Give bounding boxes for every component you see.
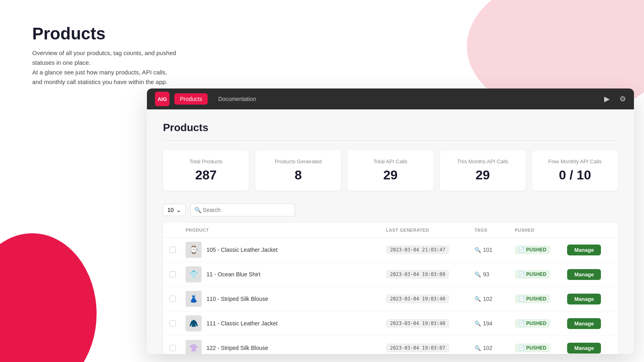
settings-icon[interactable]: ⚙ xyxy=(619,95,626,103)
tags-cell: 🔍 102 xyxy=(475,345,515,351)
header-product: PRODUCT xyxy=(186,228,386,232)
stat-card-free-monthly-api-calls: Free Monthly API Calls 0 / 10 xyxy=(532,150,618,191)
manage-button[interactable]: Manage xyxy=(567,318,601,329)
stats-row: Total Products 287 Products Generated 8 … xyxy=(163,150,618,191)
product-cell: ⌚ 105 - Classic Leather Jacket xyxy=(186,242,386,258)
main-content: Products Total Products 287 Products Gen… xyxy=(147,109,634,354)
table-header: PRODUCT LAST GENERATED TAGS PUSHED xyxy=(163,223,618,238)
stat-label-this-months-api-calls: This Months API Calls xyxy=(450,158,516,165)
header-checkbox xyxy=(169,228,186,232)
row-checkbox[interactable] xyxy=(169,296,176,302)
table-controls: 10 ⌄ 🔍 xyxy=(163,204,618,216)
tags-icon: 🔍 xyxy=(475,272,481,278)
row-checkbox[interactable] xyxy=(169,247,176,253)
header-tags: TAGS xyxy=(475,228,515,232)
table-row: 👕 11 - Ocean Blue Shirt 2023-03-04 19:03… xyxy=(163,262,618,287)
tags-count: 194 xyxy=(483,320,492,327)
table-row: 🧥 111 - Classic Leather Jacket 2023-03-0… xyxy=(163,311,618,336)
stat-value-products-generated: 8 xyxy=(265,168,331,183)
tags-cell: 🔍 101 xyxy=(475,247,515,253)
pushed-badge: 📄 PUSHED xyxy=(515,270,550,279)
product-name: 111 - Classic Leather Jacket xyxy=(206,320,278,327)
pushed-badge: 📄 PUSHED xyxy=(515,294,550,303)
stat-label-free-monthly-api-calls: Free Monthly API Calls xyxy=(542,158,608,165)
manage-button[interactable]: Manage xyxy=(567,294,601,304)
tags-cell: 🔍 93 xyxy=(475,271,515,278)
manage-button[interactable]: Manage xyxy=(567,269,601,280)
product-name: 11 - Ocean Blue Shirt xyxy=(206,271,260,278)
product-thumbnail: 👗 xyxy=(186,291,202,307)
product-thumbnail: 🧥 xyxy=(186,315,202,331)
product-cell: 👚 122 - Striped Silk Blouse xyxy=(186,340,386,354)
section-title: Products xyxy=(163,121,618,141)
date-badge: 2023-03-04 19:03:40 xyxy=(386,319,449,328)
app-window: AIG Products Documentation ▶ ⚙ Products … xyxy=(147,88,634,354)
stat-value-free-monthly-api-calls: 0 / 10 xyxy=(542,168,608,183)
date-badge: 2023-03-04 19:03:09 xyxy=(386,270,449,279)
date-badge: 2023-03-04 19:03:07 xyxy=(386,343,449,352)
page-description: Overview of all your produtcs, tag count… xyxy=(32,48,177,87)
product-table: PRODUCT LAST GENERATED TAGS PUSHED ⌚ 105… xyxy=(163,223,618,354)
pushed-badge: 📄 PUSHED xyxy=(515,245,550,254)
tags-count: 102 xyxy=(483,296,492,302)
search-input[interactable] xyxy=(190,204,295,216)
product-thumbnail: 👚 xyxy=(186,340,202,354)
search-input-wrap: 🔍 xyxy=(190,204,295,216)
header-actions xyxy=(567,228,611,232)
tags-icon: 🔍 xyxy=(475,247,481,253)
tags-count: 102 xyxy=(483,345,492,351)
terminal-icon[interactable]: ▶ xyxy=(604,95,610,103)
search-icon: 🔍 xyxy=(194,207,201,213)
stat-label-total-api-calls: Total API Calls xyxy=(357,158,423,165)
manage-button[interactable]: Manage xyxy=(567,245,601,255)
header-last-generated: LAST GENERATED xyxy=(386,228,475,232)
stat-label-total-products: Total Products xyxy=(173,158,239,165)
nav-item-products[interactable]: Products xyxy=(174,93,208,105)
stat-card-total-products: Total Products 287 xyxy=(163,150,249,191)
row-checkbox[interactable] xyxy=(169,320,176,327)
table-row: ⌚ 105 - Classic Leather Jacket 2023-03-0… xyxy=(163,238,618,262)
tags-count: 101 xyxy=(483,247,492,253)
nav-item-documentation[interactable]: Documentation xyxy=(213,93,262,105)
row-checkbox[interactable] xyxy=(169,345,176,351)
table-row: 👗 110 - Striped Silk Blouse 2023-03-04 1… xyxy=(163,287,618,311)
header-pushed: PUSHED xyxy=(515,228,567,232)
tags-cell: 🔍 194 xyxy=(475,320,515,327)
pushed-badge: 📄 PUSHED xyxy=(515,343,550,352)
per-page-select[interactable]: 10 ⌄ xyxy=(163,204,186,216)
manage-button[interactable]: Manage xyxy=(567,343,601,354)
table-row: 👚 122 - Striped Silk Blouse 2023-03-04 1… xyxy=(163,336,618,354)
bg-decoration-bottom-left xyxy=(0,233,97,362)
tags-count: 93 xyxy=(483,271,489,278)
chevron-down-icon: ⌄ xyxy=(176,207,181,213)
nav-bar: AIG Products Documentation ▶ ⚙ xyxy=(147,88,634,109)
product-thumbnail: 👕 xyxy=(186,266,202,282)
tags-icon: 🔍 xyxy=(475,296,481,302)
date-badge: 2023-03-04 21:03:47 xyxy=(386,245,449,254)
stat-value-total-products: 287 xyxy=(173,168,239,183)
stat-card-products-generated: Products Generated 8 xyxy=(255,150,341,191)
product-name: 105 - Classic Leather Jacket xyxy=(206,247,278,253)
product-cell: 👗 110 - Striped Silk Blouse xyxy=(186,291,386,307)
row-checkbox[interactable] xyxy=(169,271,176,278)
app-logo: AIG xyxy=(155,92,169,106)
stat-label-products-generated: Products Generated xyxy=(265,158,331,165)
product-name: 122 - Striped Silk Blouse xyxy=(206,345,268,351)
product-name: 110 - Striped Silk Blouse xyxy=(206,296,268,302)
stat-card-total-api-calls: Total API Calls 29 xyxy=(347,150,433,191)
tags-cell: 🔍 102 xyxy=(475,296,515,302)
tags-icon: 🔍 xyxy=(475,321,481,327)
stat-value-total-api-calls: 29 xyxy=(357,168,423,183)
stat-card-this-months-api-calls: This Months API Calls 29 xyxy=(440,150,526,191)
left-panel: Products Overview of all your produtcs, … xyxy=(32,24,177,87)
product-cell: 🧥 111 - Classic Leather Jacket xyxy=(186,315,386,331)
tags-icon: 🔍 xyxy=(475,345,481,351)
product-thumbnail: ⌚ xyxy=(186,242,202,258)
stat-value-this-months-api-calls: 29 xyxy=(450,168,516,183)
pushed-badge: 📄 PUSHED xyxy=(515,319,550,328)
product-cell: 👕 11 - Ocean Blue Shirt xyxy=(186,266,386,282)
date-badge: 2023-03-04 19:03:40 xyxy=(386,294,449,303)
page-title: Products xyxy=(32,24,177,43)
